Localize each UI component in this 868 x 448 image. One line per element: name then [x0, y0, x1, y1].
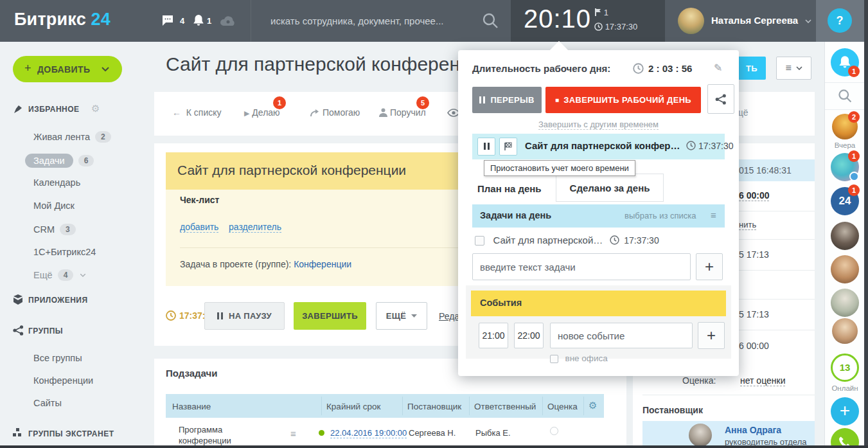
gear-icon[interactable]: ⚙ [91, 103, 100, 114]
clock-icon [610, 235, 619, 245]
finish-task-flag-button[interactable] [499, 138, 517, 156]
workday-planner-popup: Длительность рабочего дня: 2 : 03 : 56 ✎… [458, 50, 739, 376]
help-button[interactable]: ? [828, 8, 852, 33]
cloud-icon[interactable] [220, 15, 236, 26]
subtask-name-link[interactable]: Программа конференции [179, 424, 262, 446]
sidebar-item-all-groups[interactable]: Все группы [33, 353, 82, 363]
finish-task-button[interactable]: ЗАВЕРШИТЬ [294, 302, 366, 330]
sidebar-item-tasks[interactable]: Задачи6 [33, 154, 94, 168]
add-button[interactable]: +ДОБАВИТЬ [13, 56, 122, 82]
chat-avatar[interactable] [831, 222, 859, 250]
tab-day-plan[interactable]: План на день [477, 183, 542, 194]
subtask-responsible[interactable]: Рыбка Е. [475, 428, 511, 438]
subtask-creator[interactable]: Сергеева Н. [409, 428, 456, 438]
pause-button[interactable]: НА ПАУЗУ [204, 302, 285, 330]
play-icon: ▶ [244, 109, 249, 117]
tab-helping[interactable]: Помогаю [310, 107, 360, 118]
checkered-flag-icon [504, 142, 513, 151]
chat-avatar[interactable] [832, 318, 858, 344]
edit-pencil-icon[interactable]: ✎ [714, 62, 722, 74]
choose-from-list-link[interactable]: выбрать из списка [624, 211, 696, 220]
detail-link-fragment[interactable]: нить [739, 220, 756, 229]
event-time-to-input[interactable] [514, 323, 544, 348]
chat-icon[interactable] [162, 15, 176, 27]
rating-circle[interactable] [550, 427, 558, 435]
sidebar-item-sites[interactable]: Сайты [33, 398, 62, 408]
user-avatar[interactable] [678, 8, 704, 34]
finish-other-time-link[interactable]: Завершить с другим временем [458, 118, 739, 130]
event-time-from-input[interactable] [479, 323, 508, 348]
col-name[interactable]: Название [172, 402, 211, 411]
rating-value[interactable]: нет оценки [740, 375, 785, 386]
subtask-deadline: 22.04.2016 19:00:00 [330, 428, 407, 438]
sidebar-item-conferences[interactable]: Конференции [33, 375, 93, 386]
chevron-down-icon [102, 67, 109, 71]
sidebar-item-more[interactable]: Ещё4 [33, 269, 85, 281]
window-edge [864, 0, 868, 448]
sidebar-item-1c[interactable]: 1С+Битрикс24 [33, 247, 96, 257]
share-workday-button[interactable] [707, 84, 734, 114]
user-menu[interactable]: Наталья Сергеева [665, 0, 816, 42]
current-task-name[interactable]: Сайт для партнерской конфер… [525, 140, 680, 151]
tab-assigned[interactable]: Поручил [379, 107, 426, 118]
groups-header[interactable]: ГРУППЫ [28, 327, 63, 336]
creator-avatar[interactable] [689, 424, 712, 447]
search-input[interactable] [270, 10, 470, 31]
tab-day-done[interactable]: Сделано за день [556, 174, 664, 202]
col-rating[interactable]: Оценка [547, 402, 578, 411]
online-count-button[interactable]: 13 [831, 354, 859, 382]
extranet-header[interactable]: ГРУППЫ ЭКСТРАНЕТ [28, 429, 114, 438]
counter-badge: 2 [95, 131, 111, 143]
list-icon[interactable]: ≡ [711, 210, 716, 220]
out-of-office-checkbox[interactable] [550, 355, 558, 363]
add-event-plus-button[interactable]: + [698, 322, 725, 349]
col-responsible[interactable]: Ответственный [474, 402, 536, 411]
bell-icon[interactable] [193, 14, 204, 27]
view-settings-button[interactable]: ≡ [776, 57, 811, 80]
new-event-input[interactable] [550, 323, 693, 348]
apps-header[interactable]: ПРИЛОЖЕНИЯ [28, 296, 88, 305]
bell-count[interactable]: 1 [207, 16, 211, 26]
day-task-label[interactable]: Сайт для партнерской… [493, 235, 603, 246]
drag-handle-icon[interactable]: ≡ [290, 428, 296, 439]
finish-workday-button[interactable]: ■ЗАВЕРШИТЬ РАБОЧИЙ ДЕНЬ [545, 87, 701, 113]
break-button[interactable]: ПЕРЕРЫВ [472, 87, 542, 113]
share-icon [13, 325, 24, 336]
worktime-clock-button[interactable]: 20:10 1 17:37:30 [511, 0, 665, 42]
chat-avatar[interactable] [831, 289, 859, 317]
tab-doing[interactable]: ▶ Делаю [244, 107, 280, 118]
sidebar-item-live-feed[interactable]: Живая лента2 [33, 131, 111, 143]
chat-avatar[interactable] [831, 255, 859, 283]
pause-tracking-button[interactable] [477, 138, 495, 156]
col-deadline[interactable]: Крайний срок [326, 402, 380, 411]
search-icon[interactable] [481, 12, 499, 30]
favorites-header[interactable]: ИЗБРАННОЕ ⚙ [28, 105, 80, 114]
invite-plus-button[interactable]: + [831, 397, 859, 426]
chat-count[interactable]: 4 [180, 16, 184, 26]
sidebar-item-crm[interactable]: CRM3 [33, 224, 76, 235]
logo-24: 24 [91, 10, 111, 29]
task-checkbox[interactable] [475, 236, 484, 246]
top-bar: Битрикс 24 4 1 20:10 1 17:37:30 [0, 0, 868, 42]
creator-name-link[interactable]: Анна Одрага [725, 425, 781, 435]
sidebar-item-calendar[interactable]: Календарь [33, 177, 80, 188]
popup-arrow [550, 41, 568, 59]
new-task-input[interactable] [472, 253, 691, 280]
project-link[interactable]: Конференции [294, 259, 351, 269]
rail-search-icon[interactable] [837, 88, 853, 103]
clock-icon [633, 63, 644, 74]
notifications-badge: 1 [848, 66, 860, 77]
divider [825, 82, 865, 83]
share-icon [715, 94, 727, 105]
detail-deadline-fragment[interactable]: 6 00:00 [739, 190, 769, 201]
tab-back-to-list[interactable]: ← К списку [172, 107, 222, 118]
sidebar-item-my-disk[interactable]: Мой Диск [33, 201, 75, 211]
col-creator[interactable]: Постановщик [407, 402, 461, 411]
logo[interactable]: Битрикс 24 [14, 10, 111, 30]
checklist-add-link[interactable]: добавить [180, 222, 218, 233]
more-actions-button[interactable]: ЕЩЁ [376, 302, 427, 330]
table-settings-gear-icon[interactable]: ⚙ [589, 400, 597, 411]
checklist-divider-link[interactable]: разделитель [229, 222, 281, 233]
chevron-down-icon [80, 274, 85, 277]
add-task-plus-button[interactable]: + [696, 253, 723, 280]
